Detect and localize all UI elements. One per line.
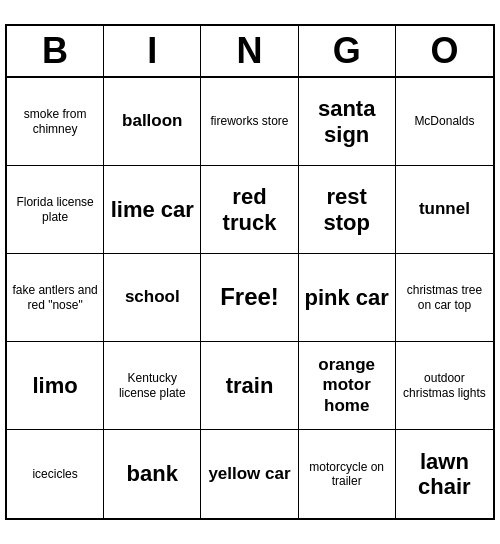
cell-text-4: McDonalds — [414, 114, 474, 128]
bingo-cell-14: christmas tree on car top — [396, 254, 493, 342]
cell-text-10: fake antlers and red "nose" — [11, 283, 99, 312]
bingo-cell-16: Kentucky license plate — [104, 342, 201, 430]
header-letter-G: G — [299, 26, 396, 76]
cell-text-22: yellow car — [208, 464, 290, 484]
cell-text-6: lime car — [111, 197, 194, 222]
bingo-cell-8: rest stop — [299, 166, 396, 254]
cell-text-17: train — [226, 373, 274, 398]
bingo-cell-22: yellow car — [201, 430, 298, 518]
cell-text-24: lawn chair — [400, 449, 489, 500]
cell-text-1: balloon — [122, 111, 182, 131]
cell-text-16: Kentucky license plate — [108, 371, 196, 400]
bingo-cell-20: icecicles — [7, 430, 104, 518]
bingo-cell-18: orange motor home — [299, 342, 396, 430]
bingo-cell-13: pink car — [299, 254, 396, 342]
cell-text-3: santa sign — [303, 96, 391, 147]
cell-text-15: limo — [32, 373, 77, 398]
cell-text-12: Free! — [220, 283, 279, 312]
header-letter-O: O — [396, 26, 493, 76]
cell-text-0: smoke from chimney — [11, 107, 99, 136]
cell-text-9: tunnel — [419, 199, 470, 219]
bingo-cell-15: limo — [7, 342, 104, 430]
header-letter-N: N — [201, 26, 298, 76]
cell-text-11: school — [125, 287, 180, 307]
cell-text-2: fireworks store — [210, 114, 288, 128]
bingo-cell-21: bank — [104, 430, 201, 518]
bingo-cell-3: santa sign — [299, 78, 396, 166]
bingo-cell-0: smoke from chimney — [7, 78, 104, 166]
bingo-header: BINGO — [7, 26, 493, 78]
cell-text-7: red truck — [205, 184, 293, 235]
bingo-cell-17: train — [201, 342, 298, 430]
cell-text-8: rest stop — [303, 184, 391, 235]
bingo-cell-12: Free! — [201, 254, 298, 342]
bingo-cell-24: lawn chair — [396, 430, 493, 518]
cell-text-20: icecicles — [32, 467, 77, 481]
bingo-cell-5: Florida license plate — [7, 166, 104, 254]
bingo-cell-23: motorcycle on trailer — [299, 430, 396, 518]
bingo-card: BINGO smoke from chimneyballoonfireworks… — [5, 24, 495, 520]
cell-text-23: motorcycle on trailer — [303, 460, 391, 489]
cell-text-13: pink car — [305, 285, 389, 310]
bingo-cell-11: school — [104, 254, 201, 342]
bingo-cell-19: outdoor christmas lights — [396, 342, 493, 430]
bingo-cell-4: McDonalds — [396, 78, 493, 166]
cell-text-19: outdoor christmas lights — [400, 371, 489, 400]
cell-text-5: Florida license plate — [11, 195, 99, 224]
bingo-cell-10: fake antlers and red "nose" — [7, 254, 104, 342]
bingo-cell-1: balloon — [104, 78, 201, 166]
bingo-cell-6: lime car — [104, 166, 201, 254]
bingo-cell-7: red truck — [201, 166, 298, 254]
cell-text-18: orange motor home — [303, 355, 391, 416]
bingo-cell-2: fireworks store — [201, 78, 298, 166]
header-letter-I: I — [104, 26, 201, 76]
cell-text-14: christmas tree on car top — [400, 283, 489, 312]
bingo-cell-9: tunnel — [396, 166, 493, 254]
cell-text-21: bank — [127, 461, 178, 486]
header-letter-B: B — [7, 26, 104, 76]
bingo-grid: smoke from chimneyballoonfireworks store… — [7, 78, 493, 518]
